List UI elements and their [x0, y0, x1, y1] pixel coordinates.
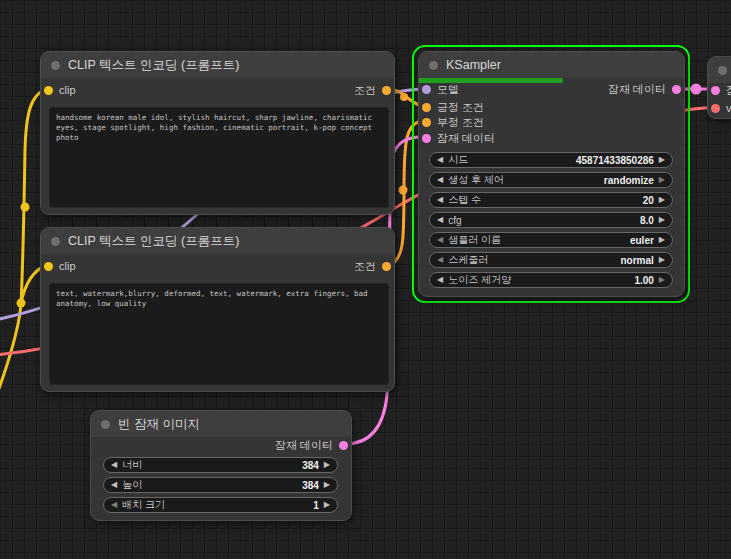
input-slot-vae[interactable] — [711, 104, 720, 113]
collapse-dot-icon[interactable] — [51, 61, 60, 70]
node-title-bar[interactable] — [708, 57, 731, 83]
node-title: CLIP 텍스트 인코딩 (프롬프트) — [68, 233, 239, 250]
widget-control-after-generate[interactable]: ◀ 생성 후 제어 randomize ▶ — [429, 172, 673, 188]
widget-value: 384 — [302, 460, 319, 471]
widget-label: 생성 후 제어 — [448, 173, 504, 187]
input-slot-positive[interactable] — [422, 103, 431, 112]
input-slot-clip[interactable] — [44, 86, 53, 95]
output-slot-label: 조건 — [354, 83, 376, 98]
decrement-arrow-icon[interactable]: ◀ — [437, 276, 443, 284]
decrement-arrow-icon[interactable]: ◀ — [437, 216, 443, 224]
decrement-arrow-icon[interactable]: ◀ — [111, 481, 117, 489]
node-clip-text-encode-positive[interactable]: CLIP 텍스트 인코딩 (프롬프트) clip 조건 handsome kor… — [40, 51, 395, 215]
increment-arrow-icon[interactable]: ▶ — [659, 236, 665, 244]
widget-label: 높이 — [122, 478, 142, 492]
output-slot-label: 조건 — [354, 259, 376, 274]
increment-arrow-icon[interactable]: ▶ — [324, 501, 330, 509]
input-slot-clip[interactable] — [44, 262, 53, 271]
node-ksampler[interactable]: KSampler 모델 긍정 조건 부정 조건 잠재 데이터 잠재 데이터 ◀ … — [418, 51, 685, 297]
input-slot-latent[interactable] — [711, 86, 720, 95]
node-title-bar[interactable]: KSampler — [419, 52, 684, 78]
node-title-bar[interactable]: 빈 잠재 이미지 — [91, 411, 351, 437]
widget-denoise[interactable]: ◀ 노이즈 제거양 1.00 ▶ — [429, 272, 673, 288]
widget-label: 너비 — [122, 458, 142, 472]
widget-value: 20 — [643, 195, 654, 206]
output-slot-label: 잠재 데이터 — [608, 82, 666, 97]
input-slot-label: 잠 — [726, 83, 731, 98]
widget-value: 1.00 — [634, 275, 653, 286]
node-graph-canvas[interactable]: CLIP 텍스트 인코딩 (프롬프트) clip 조건 handsome kor… — [0, 0, 731, 559]
increment-arrow-icon[interactable]: ▶ — [659, 156, 665, 164]
increment-arrow-icon[interactable]: ▶ — [324, 461, 330, 469]
link-midpoint-dot[interactable] — [21, 203, 30, 212]
widget-label: cfg — [448, 215, 461, 226]
decrement-arrow-icon[interactable]: ◀ — [437, 256, 443, 264]
decrement-arrow-icon[interactable]: ◀ — [437, 176, 443, 184]
input-slot-label: 모델 — [437, 82, 459, 97]
collapse-dot-icon[interactable] — [718, 66, 727, 75]
widget-batch-size[interactable]: ◀ 배치 크기 1 ▶ — [103, 497, 338, 513]
collapse-dot-icon[interactable] — [101, 420, 110, 429]
widget-label: 배치 크기 — [122, 498, 165, 512]
node-clip-text-encode-negative[interactable]: CLIP 텍스트 인코딩 (프롬프트) clip 조건 text, waterm… — [40, 227, 395, 392]
link-midpoint-dot[interactable] — [400, 93, 408, 101]
output-slot-conditioning[interactable] — [382, 86, 391, 95]
collapse-dot-icon[interactable] — [51, 237, 60, 246]
widget-cfg[interactable]: ◀ cfg 8.0 ▶ — [429, 212, 673, 228]
widget-label: 샘플러 이름 — [448, 233, 501, 247]
decrement-arrow-icon[interactable]: ◀ — [111, 501, 117, 509]
widget-value: 384 — [302, 480, 319, 491]
output-slot-latent[interactable] — [672, 85, 681, 94]
increment-arrow-icon[interactable]: ▶ — [324, 481, 330, 489]
input-slot-model[interactable] — [422, 85, 431, 94]
widget-label: 스텝 수 — [448, 193, 481, 207]
input-slot-label: clip — [59, 260, 76, 272]
decrement-arrow-icon[interactable]: ◀ — [437, 196, 443, 204]
widget-value: randomize — [604, 175, 654, 186]
input-slot-label: 부정 조건 — [437, 115, 484, 130]
prompt-textarea[interactable]: text, watermark,blurry, deformed, text, … — [49, 283, 389, 385]
widget-height[interactable]: ◀ 높이 384 ▶ — [103, 477, 338, 493]
decrement-arrow-icon[interactable]: ◀ — [437, 156, 443, 164]
widget-width[interactable]: ◀ 너비 384 ▶ — [103, 457, 338, 473]
input-slot-negative[interactable] — [422, 118, 431, 127]
widget-value: 8.0 — [640, 215, 654, 226]
widget-value: normal — [621, 255, 654, 266]
widget-steps[interactable]: ◀ 스텝 수 20 ▶ — [429, 192, 673, 208]
decrement-arrow-icon[interactable]: ◀ — [111, 461, 117, 469]
widget-scheduler[interactable]: ◀ 스케줄러 normal ▶ — [429, 252, 673, 268]
widget-value: 1 — [313, 500, 319, 511]
node-vae-decode-partial[interactable]: 잠 va — [707, 56, 731, 119]
input-slot-label: 잠재 데이터 — [437, 131, 495, 146]
node-empty-latent-image[interactable]: 빈 잠재 이미지 잠재 데이터 ◀ 너비 384 ▶ ◀ 높이 384 ▶ ◀ … — [90, 410, 352, 521]
collapse-dot-icon[interactable] — [429, 61, 438, 70]
output-slot-conditioning[interactable] — [382, 262, 391, 271]
widget-value: 45871433850286 — [576, 155, 654, 166]
increment-arrow-icon[interactable]: ▶ — [659, 256, 665, 264]
link-midpoint-dot[interactable] — [399, 186, 408, 195]
input-slot-latent[interactable] — [422, 134, 431, 143]
widget-seed[interactable]: ◀ 시드 45871433850286 ▶ — [429, 152, 673, 168]
decrement-arrow-icon[interactable]: ◀ — [437, 236, 443, 244]
node-title-bar[interactable]: CLIP 텍스트 인코딩 (프롬프트) — [41, 228, 394, 254]
node-title: 빈 잠재 이미지 — [118, 416, 200, 433]
increment-arrow-icon[interactable]: ▶ — [659, 276, 665, 284]
link-midpoint-dot[interactable] — [691, 84, 702, 95]
widget-label: 시드 — [448, 153, 468, 167]
node-title-bar[interactable]: CLIP 텍스트 인코딩 (프롬프트) — [41, 52, 394, 78]
node-title: KSampler — [446, 58, 501, 72]
output-slot-label: 잠재 데이터 — [275, 438, 333, 453]
input-slot-label: va — [726, 102, 731, 114]
widget-value: euler — [630, 235, 654, 246]
input-slot-label: clip — [59, 84, 76, 96]
widget-sampler-name[interactable]: ◀ 샘플러 이름 euler ▶ — [429, 232, 673, 248]
prompt-textarea[interactable]: handsome korean male idol, stylish hairc… — [49, 107, 389, 208]
link-midpoint-dot[interactable] — [17, 299, 26, 308]
increment-arrow-icon[interactable]: ▶ — [659, 216, 665, 224]
increment-arrow-icon[interactable]: ▶ — [659, 196, 665, 204]
increment-arrow-icon[interactable]: ▶ — [659, 176, 665, 184]
widget-label: 스케줄러 — [448, 253, 488, 267]
output-slot-latent[interactable] — [339, 441, 348, 450]
input-slot-label: 긍정 조건 — [437, 100, 484, 115]
node-title: CLIP 텍스트 인코딩 (프롬프트) — [68, 57, 239, 74]
